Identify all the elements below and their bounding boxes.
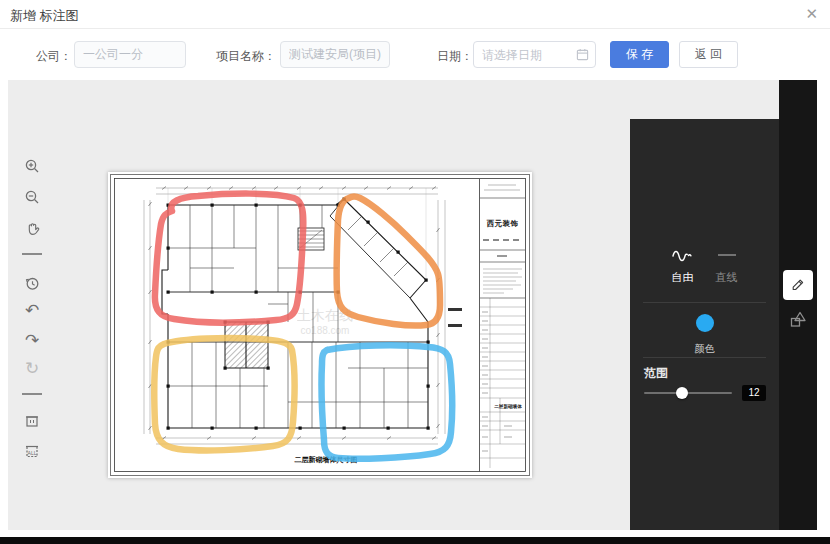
range-slider-knob[interactable] xyxy=(676,387,688,399)
svg-text:西元装饰: 西元装饰 xyxy=(487,219,519,228)
toolbar-divider xyxy=(22,393,42,395)
form-row: 公司： 项目名称： 日期： 保存 返回 xyxy=(0,40,830,70)
annotation-stroke-yellow xyxy=(154,338,294,450)
project-name-label: 项目名称： xyxy=(216,48,276,65)
delete-icon[interactable] xyxy=(21,410,43,432)
repeat-icon[interactable]: ↻ xyxy=(21,358,43,380)
title-block: 西元装饰 二层新砌墙体 xyxy=(480,185,525,468)
company-field[interactable] xyxy=(74,41,186,68)
company-label: 公司： xyxy=(36,48,72,65)
save-button[interactable]: 保存 xyxy=(610,41,669,68)
calendar-icon[interactable] xyxy=(576,48,589,61)
page-title: 新增 标注图 xyxy=(10,7,79,25)
shapes-mode-button[interactable] xyxy=(787,308,809,330)
project-name-field[interactable] xyxy=(280,41,390,68)
return-button[interactable]: 返回 xyxy=(679,41,738,68)
pencil-mode-button[interactable] xyxy=(783,270,813,300)
color-swatch[interactable] xyxy=(695,313,715,333)
free-draw-tool[interactable]: 自由 xyxy=(672,247,694,285)
panel-divider xyxy=(643,302,766,303)
history-icon[interactable] xyxy=(21,272,43,294)
svg-text:二层新砌墙体: 二层新砌墙体 xyxy=(494,403,522,410)
annotation-stroke-red xyxy=(155,194,303,323)
zoom-out-icon[interactable] xyxy=(21,186,43,208)
mode-strip xyxy=(779,80,817,530)
bottom-bar xyxy=(0,537,830,544)
zoom-in-icon[interactable] xyxy=(21,155,43,177)
delete-all-icon[interactable]: ALL xyxy=(21,440,43,462)
range-value[interactable]: 12 xyxy=(742,385,766,401)
svg-text:ALL: ALL xyxy=(28,450,37,456)
panel-divider xyxy=(643,357,766,358)
straight-line-tool[interactable]: 直线 xyxy=(716,247,738,285)
dialog-header: 新增 标注图 ✕ xyxy=(0,0,830,29)
annotation-canvas[interactable]: ↶ ↷ ↻ ALL xyxy=(8,80,817,530)
date-picker[interactable] xyxy=(473,41,596,68)
pencil-icon xyxy=(790,277,806,293)
wave-icon xyxy=(672,247,694,263)
free-draw-label: 自由 xyxy=(672,270,694,285)
annotation-dialog: 新增 标注图 ✕ 公司： 项目名称： 日期： 保存 返回 xyxy=(0,0,830,544)
brush-settings-panel: 自由 直线 颜色 范围 12 xyxy=(630,119,779,530)
line-icon xyxy=(716,247,738,263)
redo-icon[interactable]: ↷ xyxy=(21,330,43,352)
range-label: 范围 xyxy=(644,365,668,382)
svg-text:co188.com: co188.com xyxy=(301,325,350,336)
undo-icon[interactable]: ↶ xyxy=(21,300,43,322)
toolbar-divider xyxy=(22,253,42,255)
straight-line-label: 直线 xyxy=(716,270,738,285)
range-slider[interactable] xyxy=(644,392,732,394)
shapes-icon xyxy=(788,309,808,329)
drawing-sheet[interactable]: 土木在线 co188.com xyxy=(108,172,532,478)
date-label: 日期： xyxy=(437,48,473,65)
close-icon[interactable]: ✕ xyxy=(805,4,818,24)
pan-hand-icon[interactable] xyxy=(21,217,43,239)
color-label: 颜色 xyxy=(630,342,779,356)
